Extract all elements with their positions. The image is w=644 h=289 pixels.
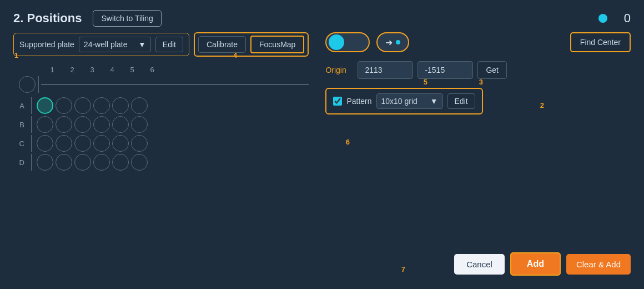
col-header-5: 5 — [122, 66, 142, 74]
well-b6[interactable] — [131, 116, 148, 133]
well-d4[interactable] — [93, 154, 110, 171]
grid-rows: A B — [13, 97, 309, 171]
col-header-6: 6 — [142, 66, 162, 74]
badge-3: 3 — [479, 78, 483, 86]
well-a3[interactable] — [74, 97, 91, 114]
origin-label: Origin — [325, 66, 353, 74]
row-label-c: C — [13, 139, 24, 148]
col-header-1: 1 — [42, 66, 62, 74]
y-coordinate-input[interactable] — [417, 61, 473, 79]
main-content: Supported plate 24-well plate ▼ Edit Cal… — [0, 32, 644, 171]
bottom-actions: Cancel Add Clear & Add — [454, 252, 631, 276]
well-c1[interactable] — [37, 135, 53, 152]
well-a5[interactable] — [112, 97, 129, 114]
status-count: 0 — [624, 11, 631, 26]
well-b3[interactable] — [74, 116, 91, 133]
col-header-2: 2 — [62, 66, 82, 74]
pattern-label: Pattern — [346, 97, 371, 106]
well-c4[interactable] — [93, 135, 110, 152]
plate-selector-group: Supported plate 24-well plate ▼ Edit — [13, 33, 189, 56]
corner-well[interactable] — [19, 76, 36, 93]
switch-tiling-button[interactable]: Switch to Tiling — [93, 10, 161, 27]
badge-1: 1 — [14, 51, 18, 59]
plate-dropdown-arrow: ▼ — [138, 40, 146, 49]
arrow-icon: ➜ — [385, 37, 393, 48]
well-c3[interactable] — [74, 135, 91, 152]
clear-and-add-button[interactable]: Clear & Add — [566, 254, 631, 275]
cancel-button[interactable]: Cancel — [454, 254, 505, 275]
arrow-mode-button[interactable]: ➜ — [376, 32, 409, 52]
well-b2[interactable] — [56, 116, 72, 133]
x-coordinate-input[interactable] — [358, 61, 413, 79]
badge-6: 6 — [346, 138, 350, 146]
row-label-b: B — [13, 121, 24, 129]
well-c5[interactable] — [112, 135, 129, 152]
row-divider-c — [31, 135, 32, 152]
badge-2: 2 — [540, 101, 544, 109]
well-b1[interactable] — [37, 116, 53, 133]
find-center-button[interactable]: Find Center — [570, 32, 631, 52]
page-title: 2. Positions — [13, 11, 82, 26]
left-panel: Supported plate 24-well plate ▼ Edit Cal… — [13, 32, 309, 171]
well-d6[interactable] — [131, 154, 148, 171]
focusmap-button[interactable]: FocusMap — [250, 36, 304, 53]
header: 2. Positions Switch to Tiling 0 — [0, 0, 644, 32]
well-b5[interactable] — [112, 116, 129, 133]
col-header-4: 4 — [102, 66, 122, 74]
well-a2[interactable] — [56, 97, 72, 114]
get-button[interactable]: Get — [477, 61, 507, 79]
plate-selected-value: 24-well plate — [84, 40, 128, 49]
mode-toggle[interactable] — [325, 32, 370, 52]
pattern-selected-value: 10x10 grid — [381, 97, 417, 106]
calibrate-button[interactable]: Calibrate — [198, 36, 246, 53]
well-d2[interactable] — [56, 154, 72, 171]
plate-edit-button[interactable]: Edit — [155, 37, 183, 52]
row-label-a: A — [13, 102, 24, 110]
status-dot — [598, 14, 607, 23]
row-divider-d — [31, 154, 32, 171]
right-panel: ➜ Find Center Origin Get Pattern 10x10 g… — [325, 32, 631, 171]
well-d5[interactable] — [112, 154, 129, 171]
plate-grid: 1 2 3 4 5 6 A — [13, 66, 309, 171]
badge-5: 5 — [424, 78, 427, 86]
well-c6[interactable] — [131, 135, 148, 152]
row-label-d: D — [13, 158, 24, 167]
well-a1[interactable] — [37, 97, 53, 114]
pattern-dropdown[interactable]: 10x10 grid ▼ — [376, 93, 443, 109]
well-d1[interactable] — [37, 154, 53, 171]
pattern-dropdown-arrow: ▼ — [430, 97, 438, 106]
grid-column-headers: 1 2 3 4 5 6 — [42, 66, 309, 74]
well-b4[interactable] — [93, 116, 110, 133]
well-c2[interactable] — [56, 135, 72, 152]
well-a6[interactable] — [131, 97, 148, 114]
grid-row-c: C — [13, 135, 309, 152]
toggle-knob — [329, 34, 344, 50]
well-d3[interactable] — [74, 154, 91, 171]
col-header-3: 3 — [82, 66, 102, 74]
supported-plate-label: Supported plate — [19, 40, 74, 49]
well-a4[interactable] — [93, 97, 110, 114]
pattern-checkbox[interactable] — [333, 97, 342, 106]
mode-row: ➜ Find Center — [325, 32, 631, 52]
badge-7: 7 — [401, 265, 405, 273]
origin-row: Origin Get — [325, 61, 631, 79]
badge-4: 4 — [233, 51, 237, 59]
row-divider-a — [31, 97, 32, 114]
plate-dropdown[interactable]: 24-well plate ▼ — [79, 37, 151, 52]
grid-row-b: B — [13, 116, 309, 133]
pattern-group: Pattern 10x10 grid ▼ Edit — [325, 88, 482, 114]
grid-row-d: D — [13, 154, 309, 171]
calibrate-group: Calibrate FocusMap — [194, 32, 309, 57]
pattern-edit-button[interactable]: Edit — [447, 93, 475, 109]
row-divider-b — [31, 116, 32, 133]
grid-row-a: A — [13, 97, 309, 114]
arrow-dot — [396, 40, 400, 44]
add-button[interactable]: Add — [510, 252, 561, 276]
